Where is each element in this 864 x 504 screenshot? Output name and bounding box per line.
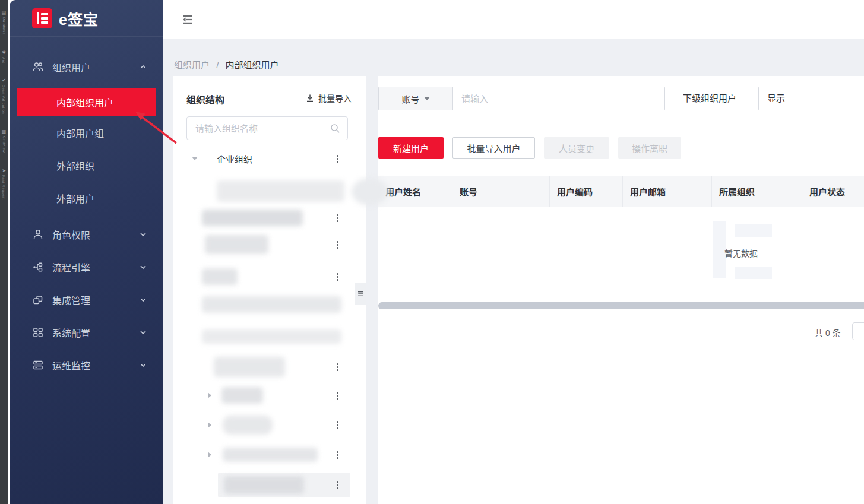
caret-right-icon[interactable] (208, 392, 211, 398)
caret-down-icon (424, 97, 430, 100)
caret-down-icon[interactable] (192, 157, 198, 160)
strip-label: GridView (2, 136, 6, 153)
database-icon: ▤ (2, 11, 7, 15)
kebab-menu-icon[interactable] (332, 448, 343, 461)
kebab-menu-icon[interactable] (332, 419, 343, 432)
brand-logo-text: e签宝 (59, 8, 99, 29)
search-icon[interactable] (330, 123, 340, 134)
strip-item-fast-request[interactable]: ➤ Fast Request (2, 169, 6, 200)
kebab-menu-icon[interactable] (332, 152, 343, 165)
sidebar-item-internal-user-groups[interactable]: 内部用户组 (10, 116, 163, 149)
topbar (163, 0, 864, 39)
sidebar-group-label: 运维监控 (52, 358, 90, 372)
sidebar-group-label: 集成管理 (52, 293, 90, 307)
tree-node-redacted[interactable] (173, 264, 366, 289)
user-management-panel: 账号 下级组织用户 显示 新建用户 批量导入用户 人员变更 操作离职 用户姓名 … (378, 76, 864, 504)
scrollbar-thumb[interactable] (378, 302, 864, 309)
breadcrumb-separator: / (216, 60, 219, 70)
chevron-down-icon (140, 264, 147, 271)
tree-node-redacted[interactable] (173, 179, 366, 204)
bean-validation-icon: ✔ (2, 78, 6, 83)
tree-node-redacted[interactable] (173, 442, 366, 467)
org-structure-panel: 组织结构 批量导入 企业组织 (173, 76, 366, 504)
breadcrumb-current: 内部组织用户 (226, 60, 279, 70)
tree-node-redacted[interactable] (173, 354, 366, 379)
ide-tool-strip: ▤ Database ✱ Ant ✔ Bean Validation ▦ Gri… (0, 0, 8, 504)
ant-icon: ✱ (2, 50, 6, 55)
sidebar-item-label: 外部组织 (56, 159, 94, 173)
suborg-select[interactable]: 显示 (758, 87, 864, 110)
personnel-change-button: 人员变更 (544, 137, 609, 159)
page-size-select[interactable] (852, 322, 864, 340)
column-header-account[interactable]: 账号 (452, 176, 550, 207)
strip-label: Ant (2, 57, 5, 64)
sidebar-group-roles[interactable]: 角色权限 (10, 218, 163, 251)
chevron-down-icon (140, 362, 147, 369)
empty-state-text: 暂无数据 (724, 247, 758, 259)
panel-collapse-handle[interactable] (355, 283, 366, 305)
monitor-icon (32, 359, 44, 371)
kebab-menu-icon[interactable] (332, 270, 343, 283)
menu-fold-icon (181, 13, 194, 26)
collapse-icon (357, 290, 364, 297)
filter-field-select[interactable]: 账号 (379, 87, 453, 110)
org-search-box (186, 116, 348, 140)
create-user-button[interactable]: 新建用户 (378, 137, 444, 159)
sidebar-item-external-users[interactable]: 外部用户 (10, 182, 163, 214)
strip-label: Fast Request (2, 175, 5, 200)
strip-item-database[interactable]: ▤ Database (2, 11, 7, 35)
org-panel-title: 组织结构 (186, 92, 224, 106)
strip-item-bean-validation[interactable]: ✔ Bean Validation (2, 78, 6, 114)
column-header-status[interactable]: 用户状态 (802, 176, 864, 207)
user-filter-combo: 账号 (378, 87, 665, 110)
sidebar-item-external-orgs[interactable]: 外部组织 (10, 149, 163, 182)
column-header-name[interactable]: 用户姓名 (378, 176, 452, 207)
column-header-org[interactable]: 所属组织 (712, 176, 802, 207)
tree-node-root[interactable]: 企业组织 (173, 146, 366, 171)
sidebar-item-internal-org-users[interactable]: 内部组织用户 (17, 88, 156, 116)
kebab-menu-icon[interactable] (332, 211, 343, 224)
caret-right-icon[interactable] (208, 422, 211, 428)
batch-import-link[interactable]: 批量导入 (305, 92, 352, 104)
tree-node-redacted[interactable] (173, 205, 366, 230)
user-search-input[interactable] (453, 87, 664, 110)
column-header-user-code[interactable]: 用户编码 (550, 176, 623, 207)
tree-node-redacted[interactable] (173, 292, 366, 317)
tree-node-label: 企业组织 (217, 153, 252, 165)
strip-item-ant[interactable]: ✱ Ant (2, 50, 6, 64)
kebab-menu-icon[interactable] (332, 238, 343, 251)
batch-import-users-button[interactable]: 批量导入用户 (452, 137, 535, 159)
kebab-menu-icon[interactable] (332, 389, 343, 402)
gridview-icon: ▦ (2, 129, 7, 134)
kebab-menu-icon[interactable] (332, 478, 343, 492)
sidebar-group-integration[interactable]: 集成管理 (10, 283, 163, 316)
breadcrumb-parent[interactable]: 组织用户 (174, 60, 210, 70)
sidebar-group-ops-monitor[interactable]: 运维监控 (10, 348, 163, 381)
sidebar-item-label: 内部用户组 (56, 126, 104, 140)
tree-node-redacted[interactable] (173, 324, 366, 349)
tree-node-redacted[interactable] (173, 232, 366, 257)
tree-node-redacted-selected[interactable] (173, 473, 366, 497)
tree-node-redacted[interactable] (173, 383, 366, 408)
sidebar-item-label: 内部组织用户 (56, 95, 113, 109)
sidebar-group-system-config[interactable]: 系统配置 (10, 316, 163, 348)
menu-fold-button[interactable] (181, 13, 194, 26)
download-icon (305, 93, 315, 103)
integration-icon (32, 294, 44, 306)
strip-item-gridview[interactable]: ▦ GridView (2, 129, 7, 153)
caret-right-icon[interactable] (208, 452, 211, 458)
org-search-input[interactable] (187, 123, 330, 134)
breadcrumb: 组织用户 / 内部组织用户 (174, 58, 279, 71)
fast-request-icon: ➤ (2, 169, 6, 173)
column-header-email[interactable]: 用户邮箱 (623, 176, 712, 207)
chevron-down-icon (140, 329, 147, 336)
suborg-label: 下级组织用户 (683, 87, 736, 110)
role-icon (32, 229, 44, 240)
sidebar: e签宝 组织用户 内部组织用户 内部用户组 外部组织 外部用户 (10, 0, 163, 504)
sidebar-group-process-engine[interactable]: 流程引擎 (10, 251, 163, 283)
batch-import-label: 批量导入 (318, 92, 352, 104)
tree-node-redacted[interactable] (173, 413, 366, 438)
sidebar-group-org-users[interactable]: 组织用户 (10, 50, 163, 83)
strip-label: Bean Validation (2, 85, 5, 114)
kebab-menu-icon[interactable] (332, 360, 343, 373)
